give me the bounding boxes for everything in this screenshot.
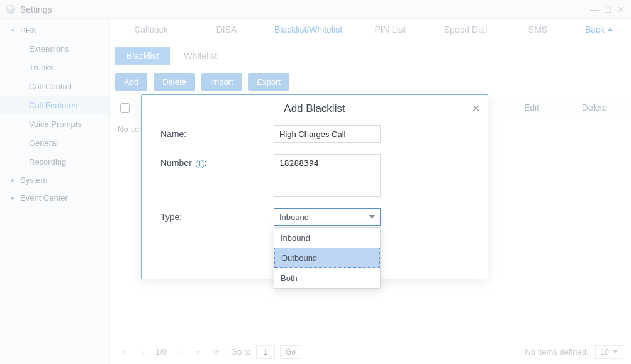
modal-title: Add Blacklist: [284, 102, 345, 115]
minimize-icon[interactable]: —: [590, 5, 599, 14]
pager: « ‹ 1/0 › » ⟳ Go to Go No items defined.…: [110, 339, 631, 364]
toolbar: Add Delete Import Export: [110, 65, 631, 97]
number-label: Number i:: [160, 154, 274, 168]
sidebar-group-label: Event Center: [20, 193, 68, 202]
back-label: Back: [585, 25, 605, 35]
sidebar-item-voice-prompts[interactable]: Voice Prompts: [0, 114, 109, 133]
caret-up-icon: [607, 28, 613, 31]
type-option-both[interactable]: Both: [274, 268, 380, 288]
import-button[interactable]: Import: [201, 73, 242, 91]
add-blacklist-modal: Add Blacklist ✕ Name: Number i: Type: In…: [141, 94, 488, 279]
pager-prev-icon[interactable]: ‹: [137, 345, 150, 359]
sidebar-group-system[interactable]: ▸ System: [0, 171, 109, 189]
maximize-icon[interactable]: ☐: [604, 5, 612, 14]
chevron-down-icon: ▾: [11, 26, 20, 35]
column-delete: Delete: [563, 102, 626, 113]
type-option-outbound[interactable]: Outbound: [274, 248, 380, 268]
sidebar-item-call-features[interactable]: Call Features: [0, 96, 109, 114]
sidebar-item-trunks[interactable]: Trunks: [0, 58, 109, 77]
close-icon[interactable]: ✕: [472, 102, 480, 114]
titlebar: Settings — ☐ ✕: [0, 0, 631, 19]
pager-status: No items defined.: [525, 347, 588, 356]
chevron-right-icon: ▸: [11, 194, 20, 202]
top-tabs: Callback DISA Blacklist/Whitelist PIN Li…: [110, 19, 631, 40]
delete-button[interactable]: Delete: [154, 73, 195, 91]
sub-tabs: Blacklist Whitelist: [110, 40, 631, 65]
name-input[interactable]: [274, 125, 381, 143]
type-dropdown: Inbound Outbound Both: [274, 227, 381, 289]
column-edit: Edit: [500, 102, 563, 113]
add-button[interactable]: Add: [115, 73, 147, 91]
app-icon: [6, 5, 15, 14]
number-input[interactable]: [274, 154, 381, 197]
back-link[interactable]: Back: [585, 25, 625, 35]
page-size-select[interactable]: 10: [595, 345, 623, 359]
pager-goto-label: Go to: [231, 347, 251, 356]
select-all-checkbox[interactable]: [120, 103, 130, 113]
window-title: Settings: [20, 4, 52, 14]
sidebar-group-pbx[interactable]: ▾ PBX: [0, 21, 109, 39]
tab-blacklist-whitelist[interactable]: Blacklist/Whitelist: [261, 19, 355, 40]
type-option-inbound[interactable]: Inbound: [274, 228, 380, 248]
close-window-icon[interactable]: ✕: [617, 5, 625, 14]
type-select[interactable]: Inbound: [274, 208, 381, 226]
subtab-blacklist[interactable]: Blacklist: [115, 47, 170, 65]
page-size-value: 10: [601, 348, 609, 356]
pager-next-icon[interactable]: ›: [172, 345, 186, 359]
chevron-down-icon: [613, 350, 618, 353]
sidebar-group-label: PBX: [20, 26, 36, 35]
tab-sms[interactable]: SMS: [506, 19, 569, 40]
type-label: Type:: [160, 208, 274, 222]
subtab-whitelist[interactable]: Whitelist: [172, 47, 228, 65]
pager-first-icon[interactable]: «: [118, 345, 131, 359]
tab-pin-list[interactable]: PIN List: [355, 19, 425, 40]
tab-disa[interactable]: DISA: [192, 19, 261, 40]
sidebar-item-recording[interactable]: Recording: [0, 152, 109, 171]
name-label: Name:: [160, 125, 274, 139]
chevron-right-icon: ▸: [11, 176, 20, 184]
pager-go-button[interactable]: Go: [280, 345, 301, 359]
sidebar-item-general[interactable]: General: [0, 133, 109, 152]
pager-goto-input[interactable]: [256, 345, 275, 359]
pager-refresh-icon[interactable]: ⟳: [209, 345, 223, 359]
sidebar-item-extensions[interactable]: Extensions: [0, 39, 109, 58]
sidebar-group-event-center[interactable]: ▸ Event Center: [0, 189, 109, 206]
type-selected-value: Inbound: [279, 212, 309, 222]
pager-info: 1/0: [155, 347, 167, 356]
pager-last-icon[interactable]: »: [191, 345, 204, 359]
sidebar: ▾ PBX Extensions Trunks Call Control Cal…: [0, 19, 110, 364]
sidebar-group-label: System: [20, 175, 47, 185]
tab-callback[interactable]: Callback: [110, 19, 192, 40]
chevron-down-icon: [369, 215, 375, 219]
tab-speed-dial[interactable]: Speed Dial: [425, 19, 506, 40]
sidebar-item-call-control[interactable]: Call Control: [0, 77, 109, 96]
export-button[interactable]: Export: [248, 73, 290, 91]
info-icon[interactable]: i: [196, 160, 204, 168]
